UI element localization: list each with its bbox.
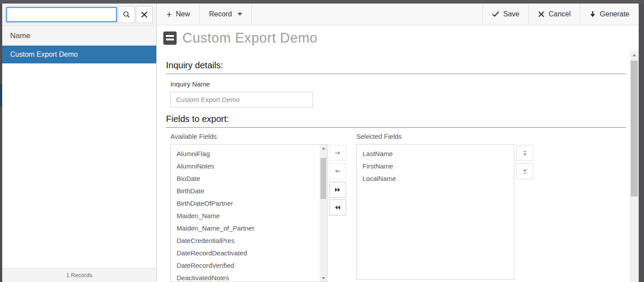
- available-field-item[interactable]: BirthDateOfPartner: [171, 197, 320, 210]
- arrow-right-icon: [335, 150, 341, 156]
- sidebar-search-bar: [2, 4, 156, 26]
- cancel-button-label: Cancel: [548, 10, 571, 18]
- arrow-down-icon: [590, 11, 596, 18]
- available-fields-label: Available Fields: [170, 133, 217, 140]
- inquiry-name-input[interactable]: [170, 92, 313, 107]
- main-panel: + New Record Save: [157, 4, 639, 282]
- available-field-item[interactable]: Maiden_Name_of_Partner: [171, 222, 320, 235]
- scroll-up-arrow[interactable]: [320, 145, 327, 152]
- fields-to-export-heading: Fields to export:: [166, 114, 626, 128]
- selected-field-item[interactable]: LocalName: [357, 172, 514, 185]
- inquiry-details-heading: Inquiry details:: [166, 60, 626, 74]
- selected-fields-label: Selected Fields: [356, 133, 402, 140]
- available-list-scrollbar[interactable]: [320, 145, 327, 282]
- main-scrollbar[interactable]: [630, 51, 639, 282]
- save-button-label: Save: [503, 10, 519, 18]
- double-arrow-left-icon: [335, 205, 341, 210]
- window-edge-top: [0, 0, 644, 4]
- move-right-button[interactable]: [329, 145, 346, 161]
- inquiry-name-label: Inquiry Name: [170, 80, 210, 88]
- app-window: Name Custom Export Demo 1 Records + New …: [0, 0, 644, 282]
- move-up-button[interactable]: [517, 145, 533, 161]
- available-field-item[interactable]: BirthDate: [171, 185, 320, 197]
- search-input[interactable]: [6, 7, 117, 22]
- new-button[interactable]: + New: [157, 4, 200, 25]
- selected-field-item[interactable]: LastName: [357, 148, 514, 160]
- search-icon: [123, 11, 131, 19]
- move-left-button[interactable]: [329, 163, 346, 179]
- scroll-up-arrow[interactable]: [630, 51, 639, 59]
- sidebar-column-header: Name: [2, 26, 156, 46]
- new-button-label: New: [176, 10, 190, 18]
- selected-fields-list[interactable]: LastNameFirstNameLocalName: [356, 144, 514, 280]
- generate-button-label: Generate: [600, 10, 629, 18]
- available-field-item[interactable]: DeactivatedNotes: [171, 272, 320, 282]
- page-title: Custom Export Demo: [182, 30, 317, 46]
- scroll-down-arrow[interactable]: [320, 274, 327, 282]
- available-field-item[interactable]: AlumniFlag: [171, 148, 320, 160]
- plus-icon: +: [166, 10, 172, 19]
- selected-field-item[interactable]: FirstName: [357, 160, 514, 172]
- chevron-down-icon: [238, 13, 242, 16]
- move-all-right-button[interactable]: [329, 182, 346, 198]
- record-list-sidebar: Name Custom Export Demo 1 Records: [2, 4, 157, 282]
- close-icon: [141, 11, 148, 18]
- sidebar-item-custom-export-demo[interactable]: Custom Export Demo: [2, 46, 156, 63]
- available-field-item[interactable]: Maiden_Name: [171, 210, 320, 222]
- available-field-item[interactable]: DateRecordDeactivated: [171, 247, 320, 259]
- available-fields-list[interactable]: AlumniFlagAlumniNotesBioDateBirthDateBir…: [170, 144, 328, 282]
- scrollbar-thumb[interactable]: [320, 158, 326, 199]
- available-field-item[interactable]: AlumniNotes: [171, 160, 320, 172]
- close-icon: [538, 11, 544, 17]
- record-button-label: Record: [209, 10, 232, 18]
- window-edge-right: [639, 4, 644, 282]
- available-field-item[interactable]: DateRecordVerified: [171, 259, 320, 272]
- available-field-item[interactable]: BioDate: [171, 172, 320, 185]
- save-button[interactable]: Save: [482, 4, 528, 25]
- scrollbar-thumb[interactable]: [631, 61, 638, 196]
- clear-search-button[interactable]: [136, 6, 153, 23]
- search-button[interactable]: [118, 6, 135, 23]
- record-menu-button[interactable]: Record: [200, 4, 252, 25]
- move-all-left-button[interactable]: [329, 200, 346, 215]
- record-form-icon: [163, 31, 177, 45]
- toolbar: + New Record Save: [157, 4, 639, 25]
- check-icon: [492, 11, 499, 17]
- record-count: 1 Records: [2, 268, 156, 282]
- double-arrow-right-icon: [335, 187, 341, 192]
- triangle-down-line-icon: [522, 169, 528, 174]
- triangle-up-line-icon: [522, 151, 528, 156]
- cancel-button[interactable]: Cancel: [528, 4, 580, 25]
- arrow-left-icon: [335, 168, 341, 174]
- available-field-item[interactable]: DateCredentialPres: [171, 235, 320, 247]
- move-down-button[interactable]: [517, 163, 533, 179]
- generate-button[interactable]: Generate: [580, 4, 639, 25]
